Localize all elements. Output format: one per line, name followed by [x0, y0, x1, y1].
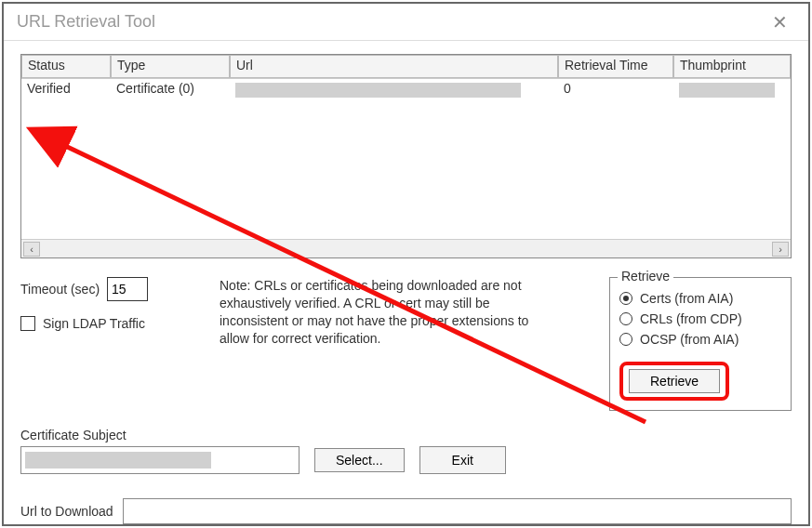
grid-body: Verified Certificate (0) 0 — [21, 79, 791, 239]
table-row[interactable]: Verified Certificate (0) 0 — [21, 79, 791, 103]
timeout-input[interactable] — [107, 277, 148, 301]
url-to-download-input[interactable] — [123, 498, 792, 524]
redacted-url — [235, 83, 521, 98]
horizontal-scrollbar[interactable]: ‹ › — [21, 239, 791, 257]
retrieve-button[interactable]: Retrieve — [629, 369, 720, 393]
cell-url — [230, 79, 558, 103]
radio-certs-label: Certs (from AIA) — [640, 291, 733, 306]
certificate-subject-label: Certificate Subject — [20, 428, 792, 442]
col-header-status[interactable]: Status — [21, 55, 111, 78]
certificate-subject-input[interactable] — [20, 446, 300, 474]
note-text: Note: CRLs or certificates being downloa… — [216, 277, 569, 411]
exit-button[interactable]: Exit — [419, 446, 506, 474]
radio-ocsp[interactable] — [619, 333, 632, 346]
sign-ldap-label: Sign LDAP Traffic — [43, 316, 145, 331]
retrieve-legend: Retrieve — [618, 269, 673, 284]
timeout-label: Timeout (sec) — [20, 282, 100, 297]
redacted-thumbprint — [679, 83, 775, 98]
close-icon[interactable]: ✕ — [765, 7, 795, 37]
cell-thumbprint — [673, 79, 791, 103]
cell-retrieval-time: 0 — [558, 79, 673, 103]
titlebar: URL Retrieval Tool ✕ — [4, 4, 808, 41]
radio-crls[interactable] — [619, 312, 632, 325]
redacted-subject — [25, 452, 211, 469]
scroll-right-icon[interactable]: › — [772, 242, 789, 257]
cell-status: Verified — [21, 79, 111, 103]
cell-type: Certificate (0) — [111, 79, 230, 103]
window-title: URL Retrieval Tool — [17, 12, 155, 32]
retrieve-groupbox: Retrieve Certs (from AIA) CRLs (from CDP… — [609, 277, 792, 411]
results-grid: Status Type Url Retrieval Time Thumbprin… — [20, 54, 792, 258]
sign-ldap-checkbox[interactable] — [20, 316, 35, 331]
col-header-thumbprint[interactable]: Thumbprint — [673, 55, 791, 78]
col-header-retrieval-time[interactable]: Retrieval Time — [558, 55, 673, 78]
select-button[interactable]: Select... — [314, 448, 405, 472]
retrieve-button-highlight: Retrieve — [619, 362, 729, 401]
col-header-type[interactable]: Type — [111, 55, 230, 78]
col-header-url[interactable]: Url — [230, 55, 558, 78]
window-frame: URL Retrieval Tool ✕ Status Type Url Ret… — [2, 2, 810, 526]
scroll-left-icon[interactable]: ‹ — [23, 242, 40, 257]
radio-ocsp-label: OCSP (from AIA) — [640, 332, 739, 347]
radio-certs[interactable] — [619, 292, 632, 305]
url-to-download-label: Url to Download — [20, 504, 113, 519]
radio-crls-label: CRLs (from CDP) — [640, 311, 742, 326]
grid-header: Status Type Url Retrieval Time Thumbprin… — [21, 55, 791, 79]
